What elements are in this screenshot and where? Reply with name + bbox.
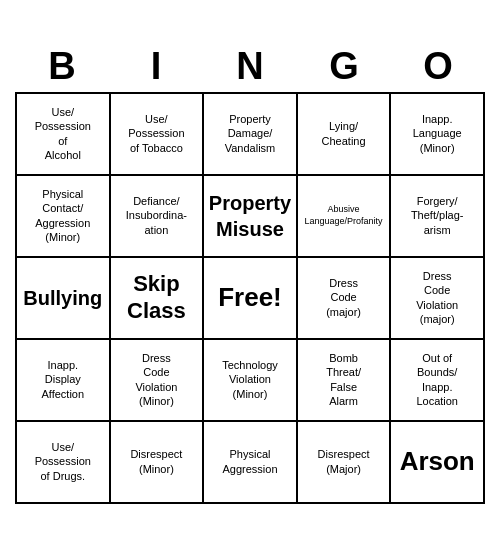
bingo-cell-11: Skip Class bbox=[111, 258, 205, 340]
bingo-cell-2: Property Damage/ Vandalism bbox=[204, 94, 298, 176]
bingo-letter-o: O bbox=[395, 45, 481, 88]
bingo-cell-1: Use/ Possession of Tobacco bbox=[111, 94, 205, 176]
bingo-cell-22: Physical Aggression bbox=[204, 422, 298, 504]
bingo-letter-i: I bbox=[113, 45, 199, 88]
bingo-cell-24: Arson bbox=[391, 422, 485, 504]
bingo-cell-4: Inapp. Language (Minor) bbox=[391, 94, 485, 176]
bingo-cell-7: Property Misuse bbox=[204, 176, 298, 258]
bingo-cell-6: Defiance/ Insubordina- ation bbox=[111, 176, 205, 258]
bingo-cell-20: Use/ Possession of Drugs. bbox=[17, 422, 111, 504]
bingo-cell-15: Inapp. Display Affection bbox=[17, 340, 111, 422]
bingo-cell-9: Forgery/ Theft/plag- arism bbox=[391, 176, 485, 258]
bingo-letter-g: G bbox=[301, 45, 387, 88]
bingo-cell-12: Free! bbox=[204, 258, 298, 340]
bingo-cell-21: Disrespect (Minor) bbox=[111, 422, 205, 504]
bingo-cell-18: Bomb Threat/ False Alarm bbox=[298, 340, 392, 422]
bingo-cell-14: Dress Code Violation (major) bbox=[391, 258, 485, 340]
bingo-cell-3: Lying/ Cheating bbox=[298, 94, 392, 176]
bingo-header: BINGO bbox=[15, 41, 485, 92]
bingo-cell-17: Technology Violation (Minor) bbox=[204, 340, 298, 422]
bingo-card: BINGO Use/ Possession of AlcoholUse/ Pos… bbox=[15, 41, 485, 504]
bingo-cell-16: Dress Code Violation (Minor) bbox=[111, 340, 205, 422]
bingo-grid: Use/ Possession of AlcoholUse/ Possessio… bbox=[15, 92, 485, 504]
bingo-cell-13: Dress Code (major) bbox=[298, 258, 392, 340]
bingo-cell-10: Bullying bbox=[17, 258, 111, 340]
bingo-cell-5: Physical Contact/ Aggression (Minor) bbox=[17, 176, 111, 258]
bingo-cell-8: Abusive Language/Profanity bbox=[298, 176, 392, 258]
bingo-letter-n: N bbox=[207, 45, 293, 88]
bingo-cell-23: Disrespect (Major) bbox=[298, 422, 392, 504]
bingo-cell-19: Out of Bounds/ Inapp. Location bbox=[391, 340, 485, 422]
bingo-cell-0: Use/ Possession of Alcohol bbox=[17, 94, 111, 176]
bingo-letter-b: B bbox=[19, 45, 105, 88]
